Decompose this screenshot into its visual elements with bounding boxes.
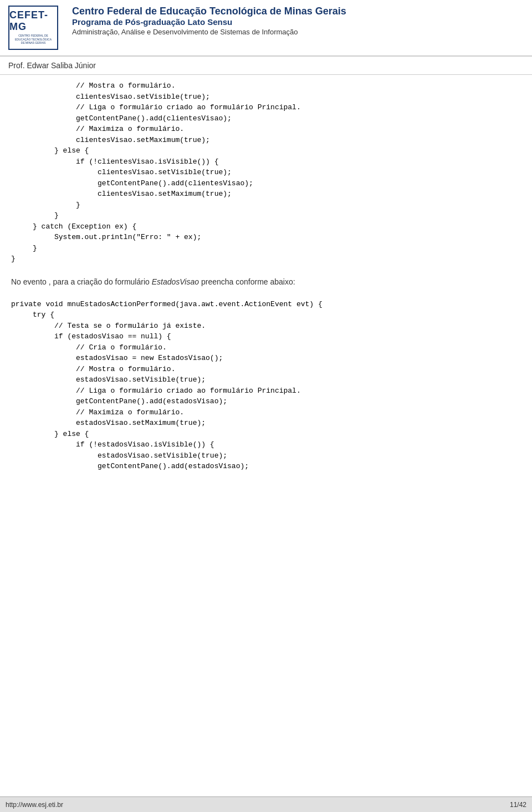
code-b-line-9: // Liga o formulário criado ao formulári… [11, 387, 301, 395]
code-b-line-2: try { [11, 311, 54, 319]
code-b-line-10: getContentPane().add(estadosVisao); [11, 397, 227, 405]
code-line-5: // Maximiza o formulário. [11, 125, 184, 133]
code-b-line-1: private void mnuEstadosActionPerformed(j… [11, 300, 323, 308]
code-line-3: // Liga o formulário criado ao formulári… [11, 103, 301, 111]
code-b-line-15: estadosVisao.setVisible(true); [11, 451, 227, 460]
code-line-7: } else { [11, 146, 89, 155]
header-desc: Administração, Análise e Desenvolvimento… [72, 28, 524, 36]
professor-label: Prof. Edwar Saliba Júnior [8, 61, 96, 70]
code-line-17: } [11, 255, 16, 263]
code-line-9: clientesVisao.setVisible(true); [11, 168, 232, 176]
code-b-line-6: estadosVisao = new EstadosVisao(); [11, 354, 223, 362]
prose-after: preencha conforme abaixo: [199, 277, 295, 286]
code-line-15: System.out.println("Erro: " + ex); [11, 233, 201, 241]
code-b-line-13: } else { [11, 430, 89, 438]
professor-line: Prof. Edwar Saliba Júnior [0, 57, 532, 75]
code-line-14: } catch (Exception ex) { [11, 222, 136, 231]
header: CEFET-MG CENTRO FEDERAL DEEDUCAÇÃO TECNO… [0, 0, 532, 57]
logo-box: CEFET-MG CENTRO FEDERAL DEEDUCAÇÃO TECNO… [8, 6, 58, 50]
code-line-8: if (!clientesVisao.isVisible()) { [11, 158, 218, 166]
footer-page: 11/42 [510, 801, 526, 809]
logo-subtitle-text: CENTRO FEDERAL DEEDUCAÇÃO TECNOLÓGICADE … [14, 33, 53, 46]
code-b-line-8: estadosVisao.setVisible(true); [11, 375, 206, 384]
logo-area: CEFET-MG CENTRO FEDERAL DEEDUCAÇÃO TECNO… [8, 6, 64, 50]
code-line-10: getContentPane().add(clientesVisao); [11, 179, 253, 187]
prose-paragraph: No evento , para a criação do formulário… [11, 276, 521, 288]
code-line-6: clientesVisao.setMaximum(true); [11, 136, 210, 144]
code-block-top: // Mostra o formulário. clientesVisao.se… [11, 80, 521, 265]
code-b-line-5: // Cria o formulário. [11, 343, 167, 352]
code-line-16: } [11, 244, 37, 252]
code-line-12: } [11, 201, 80, 209]
code-b-line-4: if (estadosVisao == null) { [11, 332, 171, 341]
code-b-line-3: // Testa se o formulário já existe. [11, 322, 206, 330]
header-subtitle: Programa de Pós-graduação Lato Sensu [72, 17, 524, 27]
code-line-4: getContentPane().add(clientesVisao); [11, 114, 232, 123]
code-line-1: // Mostra o formulário. [11, 82, 175, 90]
code-b-line-14: if (!estadosVisao.isVisible()) { [11, 440, 214, 449]
main-content: // Mostra o formulário. clientesVisao.se… [0, 75, 532, 500]
logo-cefet-text: CEFET-MG [9, 9, 57, 33]
prose-italic: EstadosVisao [152, 277, 199, 286]
header-title: Centro Federal de Educação Tecnológica d… [72, 6, 524, 17]
code-line-13: } [11, 211, 59, 220]
footer-url[interactable]: http://www.esj.eti.br [6, 801, 63, 809]
code-block-bottom: private void mnuEstadosActionPerformed(j… [11, 299, 521, 472]
code-b-line-16: getContentPane().add(estadosVisao); [11, 462, 249, 470]
code-b-line-11: // Maximiza o formulário. [11, 408, 184, 417]
footer: http://www.esj.eti.br 11/42 [0, 796, 532, 812]
code-line-2: clientesVisao.setVisible(true); [11, 93, 210, 101]
header-text: Centro Federal de Educação Tecnológica d… [72, 6, 524, 36]
prose-before: No evento , para a criação do formulário [11, 277, 152, 286]
code-line-11: clientesVisao.setMaximum(true); [11, 190, 232, 198]
code-b-line-7: // Mostra o formulário. [11, 365, 175, 373]
code-b-line-12: estadosVisao.setMaximum(true); [11, 419, 206, 427]
